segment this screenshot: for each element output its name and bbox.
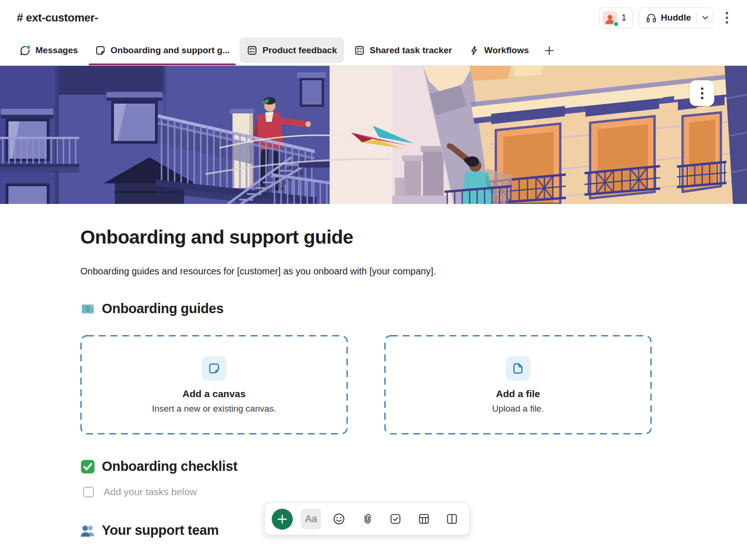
tab-label: Workflows (484, 45, 529, 56)
huddle-button[interactable]: Huddle (639, 8, 697, 28)
task-checkbox[interactable] (83, 487, 94, 497)
add-file-card[interactable]: Add a file Upload a file. (384, 335, 652, 434)
text-format-button[interactable]: Aa (301, 509, 321, 529)
tab-workflows[interactable]: Workflows (462, 35, 536, 65)
header-actions: 1 Huddle (599, 7, 735, 28)
avatar (603, 11, 617, 25)
busts-emoji (80, 523, 95, 538)
presence-indicator (613, 21, 619, 27)
card-title: Add a canvas (183, 388, 246, 399)
task-placeholder[interactable]: Add your tasks below (104, 486, 197, 497)
table-button[interactable] (414, 509, 434, 529)
card-subtitle: Upload a file. (492, 404, 544, 414)
canvas-cover-image (0, 66, 747, 204)
file-icon (512, 362, 524, 375)
world-map-emoji (80, 301, 95, 316)
checklist-card-icon (354, 45, 365, 56)
checklist-card-icon (247, 45, 258, 56)
workflow-bolt-icon (469, 45, 479, 56)
channel-header: # ext-customer- 1 Huddle (0, 0, 747, 35)
plus-icon (544, 46, 554, 56)
huddle-label: Huddle (661, 13, 691, 23)
attachment-button[interactable] (357, 509, 378, 529)
message-bubble-icon (19, 45, 31, 56)
section-heading-guides: Onboarding guides (80, 301, 663, 316)
check-mark-emoji (80, 459, 95, 474)
add-canvas-card[interactable]: Add a canvas Insert a new or existing ca… (80, 335, 348, 434)
channel-menu-button[interactable] (719, 7, 735, 28)
card-subtitle: Insert a new or existing canvas. (152, 404, 276, 414)
member-count: 1 (621, 13, 627, 23)
file-icon-tile (506, 356, 530, 381)
emoji-icon (332, 512, 345, 525)
checklist-item: Add your tasks below (83, 486, 663, 497)
table-icon (417, 512, 430, 525)
huddle-button-group: Huddle (639, 7, 713, 28)
section-heading-text: Onboarding guides (102, 301, 224, 316)
headphones-icon (646, 12, 657, 23)
tab-onboarding-canvas[interactable]: Onboarding and support g... (88, 35, 237, 65)
canvas-body: Onboarding and support guide Onboarding … (0, 227, 747, 538)
section-heading-text: Your support team (102, 523, 219, 538)
tab-product-feedback[interactable]: Product feedback (240, 37, 344, 63)
canvas-intro: Onboarding guides and resources for [cus… (80, 265, 663, 278)
tab-shared-task-tracker[interactable]: Shared task tracker (347, 35, 459, 65)
tab-messages[interactable]: Messages (12, 35, 85, 65)
channel-tab-bar: Messages Onboarding and support g... Pro… (0, 35, 747, 66)
tab-label: Product feedback (262, 45, 337, 56)
canvas-title: Onboarding and support guide (80, 227, 663, 248)
kebab-menu-icon (701, 87, 704, 100)
canvas-edit-toolbar: Aa (264, 503, 470, 535)
cover-illustration (0, 66, 747, 204)
emoji-button[interactable] (329, 509, 349, 529)
canvas-icon (95, 45, 106, 56)
section-heading-text: Onboarding checklist (102, 459, 238, 474)
tab-label: Messages (35, 45, 78, 56)
columns-button[interactable] (442, 509, 462, 529)
section-heading-checklist: Onboarding checklist (80, 459, 663, 474)
dashed-border (80, 335, 348, 434)
kebab-menu-icon (726, 12, 728, 24)
checkbox-icon (389, 512, 402, 525)
canvas-icon-tile (202, 356, 226, 381)
paperclip-icon (361, 512, 374, 525)
huddle-options-button[interactable] (697, 8, 713, 28)
tab-label: Onboarding and support g... (111, 45, 230, 56)
checklist-button[interactable] (385, 509, 406, 529)
channel-title[interactable]: # ext-customer- (17, 11, 98, 24)
card-title: Add a file (496, 388, 540, 399)
columns-icon (445, 512, 458, 525)
add-tab-button[interactable] (539, 35, 560, 65)
dashed-border (384, 335, 652, 434)
insert-block-button[interactable] (272, 509, 293, 530)
tab-label: Shared task tracker (370, 45, 452, 56)
canvas-menu-button[interactable] (690, 80, 714, 106)
canvas-icon (208, 362, 220, 375)
chevron-down-icon (702, 16, 708, 20)
attachment-cards: Add a canvas Insert a new or existing ca… (80, 335, 663, 434)
members-button[interactable]: 1 (599, 7, 633, 28)
plus-icon (277, 514, 288, 525)
